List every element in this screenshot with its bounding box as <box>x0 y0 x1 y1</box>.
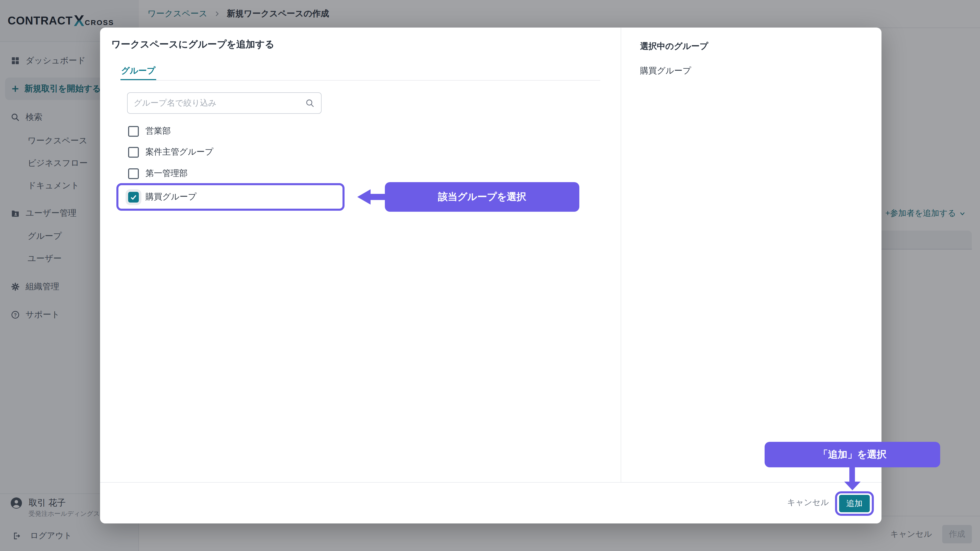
checkbox-unchecked[interactable] <box>128 168 139 179</box>
selected-group-item: 購買グループ <box>640 65 691 76</box>
tab-baseline <box>121 80 600 81</box>
group-search-box <box>127 92 321 114</box>
annotation-select-group-callout: 該当グループを選択 <box>385 182 579 212</box>
dialog-cancel-button[interactable]: キャンセル <box>784 482 832 524</box>
checkbox-unchecked[interactable] <box>128 147 139 157</box>
annotation-text: 「追加」を選択 <box>818 448 886 461</box>
annotation-highlight-ring <box>116 183 345 211</box>
dialog-add-button[interactable]: 追加 <box>839 495 870 512</box>
search-icon[interactable] <box>305 98 315 108</box>
annotation-add-button-ring: 追加 <box>835 491 874 516</box>
annotation-arrow-down-icon <box>844 482 861 490</box>
selected-groups-title: 選択中のグループ <box>640 41 708 52</box>
group-search-input[interactable] <box>134 98 301 108</box>
dialog-title: ワークスペースにグループを追加する <box>111 38 274 51</box>
annotation-click-add-callout: 「追加」を選択 <box>765 442 940 467</box>
annotation-arrow-shaft <box>369 194 385 200</box>
dialog-footer-divider <box>100 482 881 483</box>
annotation-text: 該当グループを選択 <box>438 190 526 203</box>
group-label: 案件主管グループ <box>145 146 213 158</box>
tab-groups[interactable]: グループ <box>121 65 156 76</box>
annotation-arrow-shaft <box>850 467 855 483</box>
add-group-dialog: ワークスペースにグループを追加する グループ 営業部 案件主管グループ 第一管理… <box>100 27 881 524</box>
group-label: 第一管理部 <box>145 168 188 179</box>
app-root: ワークスペース 新規ワークスペースの作成 +参加者を追加する キャンセル 作成 … <box>0 0 980 551</box>
checkbox-unchecked[interactable] <box>128 126 139 137</box>
panel-divider <box>620 27 621 482</box>
group-row-project-lead[interactable]: 案件主管グループ <box>128 144 213 160</box>
group-row-first-admin[interactable]: 第一管理部 <box>128 166 188 181</box>
group-label: 営業部 <box>145 125 171 137</box>
annotation-arrow-left-icon <box>357 189 371 205</box>
group-row-sales[interactable]: 営業部 <box>128 124 171 139</box>
